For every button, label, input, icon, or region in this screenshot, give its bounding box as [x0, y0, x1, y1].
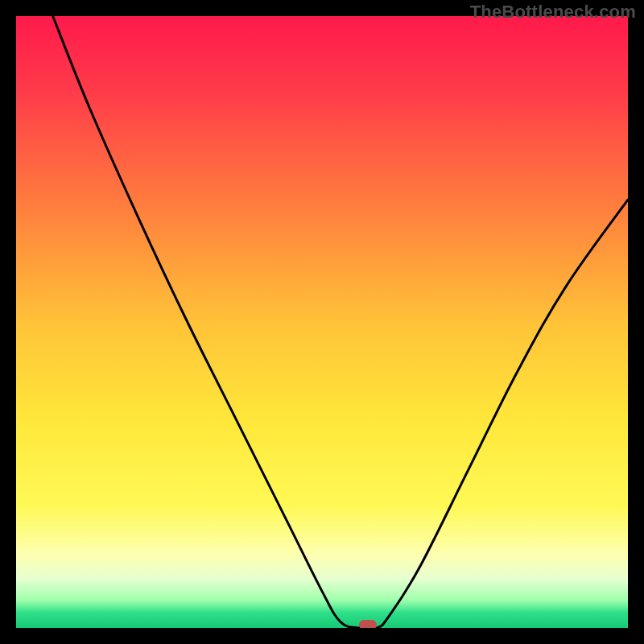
optimum-marker: [359, 620, 377, 628]
chart-frame: TheBottleneck.com: [0, 0, 644, 644]
watermark-text: TheBottleneck.com: [470, 2, 636, 23]
bottleneck-curve: [16, 16, 628, 628]
plot-area: [16, 16, 628, 628]
